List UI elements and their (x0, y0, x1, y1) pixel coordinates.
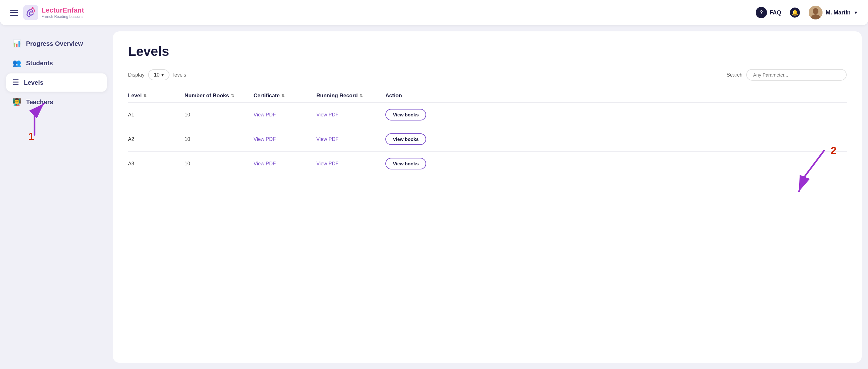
cell-running-record: View PDF (316, 161, 385, 166)
cell-action: View books (385, 133, 847, 145)
levels-icon: ☰ (12, 79, 19, 87)
col-header-level: Level ⇅ (128, 93, 185, 99)
certificate-link[interactable]: View PDF (253, 136, 276, 142)
sidebar-item-label: Levels (24, 79, 43, 86)
cell-running-record: View PDF (316, 112, 385, 118)
logo-subtitle: French Reading Lessons (41, 14, 84, 19)
sort-icon-running-record[interactable]: ⇅ (360, 93, 363, 98)
sidebar-item-label: Teachers (26, 98, 53, 106)
certificate-link[interactable]: View PDF (253, 112, 276, 117)
sidebar-item-levels[interactable]: ☰ Levels (6, 73, 107, 92)
cell-running-record: View PDF (316, 136, 385, 142)
sidebar: 📊 Progress Overview 👥 Students ☰ Levels … (6, 31, 107, 363)
cell-num-books: 10 (185, 161, 253, 166)
avatar (809, 6, 823, 20)
levels-table: Level ⇅ Number of Books ⇅ Certificate ⇅ … (128, 89, 847, 176)
display-area: Display 10 ▾ levels (128, 69, 186, 80)
display-value: 10 (154, 72, 159, 78)
faq-label: FAQ (770, 9, 781, 16)
sort-icon-num-books[interactable]: ⇅ (231, 93, 234, 98)
table-row: A1 10 View PDF View PDF View books (128, 102, 847, 127)
progress-icon: 📊 (12, 39, 21, 48)
annotation-1-number: 1 (28, 130, 34, 143)
faq-button[interactable]: ? FAQ (756, 7, 781, 18)
logo-icon (23, 5, 38, 20)
table-header: Level ⇅ Number of Books ⇅ Certificate ⇅ … (128, 89, 847, 102)
display-chevron-icon: ▾ (161, 72, 164, 78)
main-layout: 📊 Progress Overview 👥 Students ☰ Levels … (0, 25, 868, 369)
svg-point-2 (34, 9, 35, 10)
svg-point-4 (813, 8, 818, 14)
table-row: A2 10 View PDF View PDF View books (128, 127, 847, 152)
hamburger-menu[interactable] (10, 10, 18, 16)
logo-area: LecturEnfant French Reading Lessons (23, 5, 84, 20)
cell-certificate: View PDF (253, 161, 316, 166)
sidebar-item-progress-overview[interactable]: 📊 Progress Overview (6, 34, 107, 53)
view-books-button[interactable]: View books (385, 133, 426, 145)
sidebar-item-teachers[interactable]: 👨‍🏫 Teachers (6, 93, 107, 111)
view-books-button[interactable]: View books (385, 109, 426, 121)
sidebar-item-label: Progress Overview (26, 40, 83, 48)
svg-rect-0 (23, 5, 38, 20)
cell-num-books: 10 (185, 112, 253, 118)
avatar-image (809, 6, 823, 20)
search-label: Search (726, 72, 742, 78)
cell-num-books: 10 (185, 136, 253, 142)
running-record-link[interactable]: View PDF (316, 112, 339, 117)
cell-level: A1 (128, 112, 185, 118)
running-record-link[interactable]: View PDF (316, 136, 339, 142)
search-area: Search (726, 69, 847, 81)
cell-action: View books (385, 109, 847, 121)
display-select[interactable]: 10 ▾ (148, 69, 169, 80)
sidebar-item-label: Students (26, 60, 53, 67)
cell-level: A3 (128, 161, 185, 166)
col-header-certificate: Certificate ⇅ (253, 93, 316, 99)
notification-bell[interactable]: 🔔 (790, 7, 800, 18)
display-label: Display (128, 72, 144, 78)
cell-level: A2 (128, 136, 185, 142)
table-row: A3 10 View PDF View PDF View books (128, 152, 847, 176)
logo-text: LecturEnfant French Reading Lessons (41, 6, 84, 19)
chevron-down-icon: ▼ (854, 10, 858, 15)
sidebar-item-students[interactable]: 👥 Students (6, 54, 107, 72)
cell-action: View books (385, 158, 847, 170)
teachers-icon: 👨‍🏫 (12, 98, 21, 106)
cell-certificate: View PDF (253, 136, 316, 142)
students-icon: 👥 (12, 59, 21, 67)
user-menu[interactable]: M. Martin ▼ (809, 6, 858, 20)
main-content: Levels Display 10 ▾ levels Search Level (113, 31, 862, 363)
header-right: ? FAQ 🔔 M. Martin ▼ (756, 6, 858, 20)
app-header: LecturEnfant French Reading Lessons ? FA… (0, 0, 868, 25)
user-name: M. Martin (826, 9, 850, 16)
sort-icon-level[interactable]: ⇅ (144, 93, 147, 98)
search-input[interactable] (746, 69, 847, 81)
col-header-num-books: Number of Books ⇅ (185, 93, 253, 99)
levels-label: levels (173, 72, 186, 78)
col-header-action: Action (385, 93, 847, 99)
sort-icon-certificate[interactable]: ⇅ (281, 93, 285, 98)
header-left: LecturEnfant French Reading Lessons (10, 5, 756, 20)
running-record-link[interactable]: View PDF (316, 161, 339, 166)
toolbar: Display 10 ▾ levels Search (128, 69, 847, 81)
svg-point-1 (32, 7, 34, 9)
cell-certificate: View PDF (253, 112, 316, 118)
certificate-link[interactable]: View PDF (253, 161, 276, 166)
faq-icon: ? (756, 7, 767, 18)
col-header-running-record: Running Record ⇅ (316, 93, 385, 99)
logo-name: LecturEnfant (41, 6, 84, 14)
view-books-button[interactable]: View books (385, 158, 426, 170)
page-title: Levels (128, 44, 847, 59)
